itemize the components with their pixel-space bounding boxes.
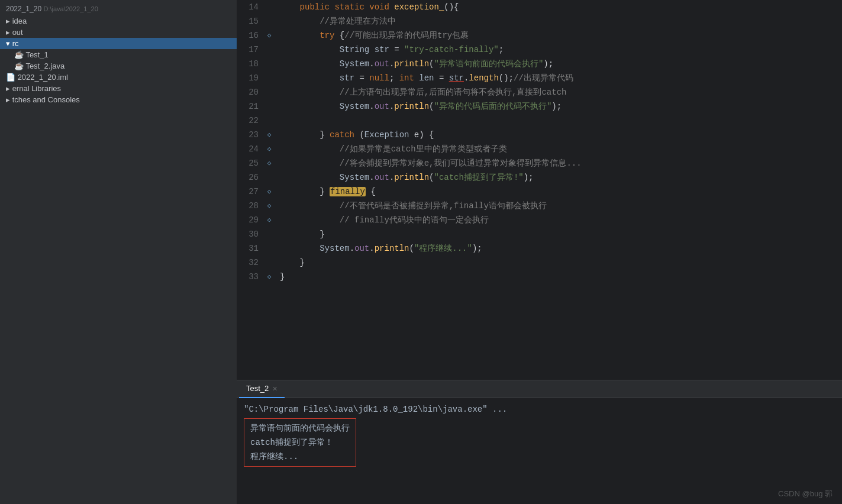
watermark: CSDN @bug 郭 xyxy=(778,489,833,499)
code-line-18: System.out.println("异常语句前面的代码会执行"); xyxy=(280,57,842,71)
terminal-area[interactable]: "C:\Program Files\Java\jdk1.8.0_192\bin\… xyxy=(237,398,842,504)
output-box: 异常语句前面的代码会执行 catch捕捉到了异常！ 程序继续... xyxy=(244,418,835,467)
code-container[interactable]: 14 15 16 17 18 19 20 21 22 23 24 25 26 2… xyxy=(237,0,842,380)
sidebar-item-scratches[interactable]: ▸ tches and Consoles xyxy=(0,94,237,105)
code-line-27: } finally { xyxy=(280,185,842,199)
output-line-1: 异常语句前面的代码会执行 xyxy=(250,421,350,435)
code-line-17: String str = "try-catch-finally"; xyxy=(280,43,842,57)
bottom-tabs: Test_2 ✕ xyxy=(237,380,842,398)
folder-icon: ▸ xyxy=(6,84,12,93)
finally-keyword: finally xyxy=(330,187,366,196)
terminal-tab[interactable]: Test_2 ✕ xyxy=(239,380,285,398)
run-command-line: "C:\Program Files\Java\jdk1.8.0_192\bin\… xyxy=(244,403,835,416)
line-numbers: 14 15 16 17 18 19 20 21 22 23 24 25 26 2… xyxy=(237,0,263,380)
java-icon: ☕ xyxy=(14,50,25,59)
code-line-29: // finally代码块中的语句一定会执行 xyxy=(280,213,842,227)
code-line-33: } xyxy=(280,270,842,284)
output-border-box: 异常语句前面的代码会执行 catch捕捉到了异常！ 程序继续... xyxy=(244,418,356,467)
file-icon: 📄 xyxy=(6,73,18,82)
code-line-30: } xyxy=(280,227,842,241)
code-line-32: } xyxy=(280,256,842,270)
code-line-26: System.out.println("catch捕捉到了异常!"); xyxy=(280,170,842,185)
sidebar-title: 2022_1_20 D:\java\2022_1_20 xyxy=(0,2,237,15)
java-icon: ☕ xyxy=(14,62,25,70)
sidebar-item-test1[interactable]: ☕ Test_1 xyxy=(0,49,237,60)
folder-icon: ▸ xyxy=(6,28,12,37)
sidebar-item-libraries[interactable]: ▸ ernal Libraries xyxy=(0,83,237,94)
sidebar-item-out[interactable]: ▸ out xyxy=(0,27,237,38)
folder-icon: ▾ xyxy=(6,39,12,48)
folder-icon: ▸ xyxy=(6,95,12,104)
gutter: ◇ ◇ ◇ ◇ ◇ ◇ ◇ ◇ xyxy=(263,0,275,380)
sidebar-item-rc[interactable]: ▾ rc xyxy=(0,38,237,49)
sidebar-item-iml[interactable]: 📄 2022_1_20.iml xyxy=(0,72,237,83)
main-area: 2022_1_20 D:\java\2022_1_20 ▸ idea ▸ out… xyxy=(0,0,842,504)
bottom-panel: Test_2 ✕ "C:\Program Files\Java\jdk1.8.0… xyxy=(237,380,842,504)
editor-area: 14 15 16 17 18 19 20 21 22 23 24 25 26 2… xyxy=(237,0,842,504)
code-line-14: public static void exception_(){ xyxy=(280,0,842,14)
code-line-20: //上方语句出现异常后,后面的语句将不会执行,直接到catch xyxy=(280,85,842,99)
terminal-tab-label: Test_2 xyxy=(246,380,269,398)
folder-icon: ▸ xyxy=(6,17,12,25)
code-line-15: //异常处理在方法中 xyxy=(280,14,842,28)
code-line-21: System.out.println("异常的代码后面的代码不执行"); xyxy=(280,99,842,114)
output-line-2: catch捕捉到了异常！ xyxy=(250,435,350,450)
sidebar-item-test2[interactable]: ☕ Test_2.java xyxy=(0,60,237,72)
close-icon[interactable]: ✕ xyxy=(272,380,278,398)
code-line-16: try {//可能出现异常的代码用try包裹 xyxy=(280,28,842,43)
code-line-22 xyxy=(280,114,842,128)
sidebar-item-idea[interactable]: ▸ idea xyxy=(0,15,237,27)
code-line-25: //将会捕捉到异常对象e,我们可以通过异常对象得到异常信息... xyxy=(280,156,842,170)
code-lines: public static void exception_(){ //异常处理在… xyxy=(275,0,842,380)
code-line-31: System.out.println("程序继续..."); xyxy=(280,241,842,256)
output-line-3: 程序继续... xyxy=(250,450,350,464)
code-line-28: //不管代码是否被捕捉到异常,finally语句都会被执行 xyxy=(280,199,842,213)
sidebar: 2022_1_20 D:\java\2022_1_20 ▸ idea ▸ out… xyxy=(0,0,237,504)
code-line-19: str = null; int len = str.length();//出现异… xyxy=(280,71,842,85)
code-line-23: } catch (Exception e) { xyxy=(280,128,842,142)
code-line-24: //如果异常是catch里中的异常类型或者子类 xyxy=(280,142,842,156)
